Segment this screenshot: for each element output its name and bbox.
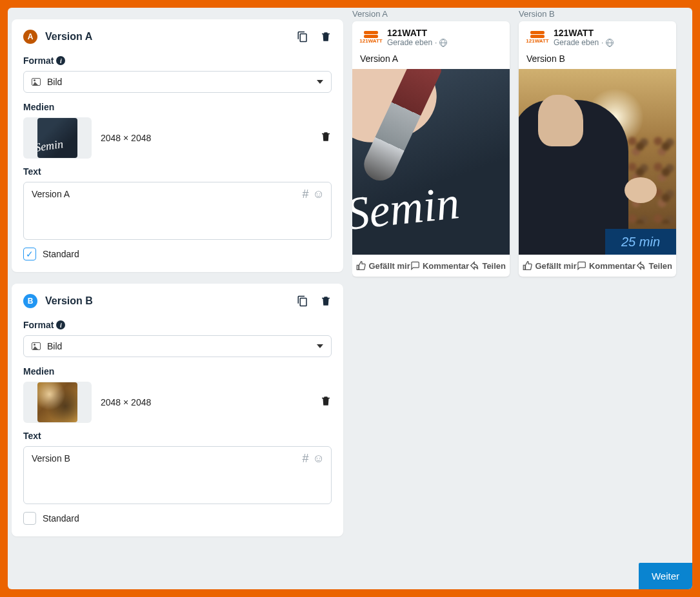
media-dimensions: 2048 × 2048 (101, 397, 311, 407)
like-button[interactable]: Gefällt mir (523, 260, 577, 271)
info-icon[interactable]: i (56, 56, 65, 65)
preview-a-image: Semin (352, 69, 510, 255)
medien-label: Medien (23, 366, 332, 377)
media-thumbnail[interactable] (23, 382, 92, 423)
copy-icon[interactable] (297, 31, 308, 43)
format-label: Format i (23, 55, 332, 66)
delete-media-icon[interactable] (320, 395, 332, 409)
version-b-badge: B (23, 294, 37, 308)
post-meta: Gerade eben · (554, 38, 614, 47)
format-select[interactable]: Bild (23, 335, 332, 357)
delete-icon[interactable] (320, 31, 332, 43)
globe-icon (439, 39, 447, 46)
account-avatar: 121WATT (360, 26, 382, 48)
post-meta: Gerade eben · (387, 38, 447, 47)
emoji-icon[interactable]: ☺ (313, 188, 325, 201)
comment-button[interactable]: Kommentar (577, 260, 635, 271)
delete-media-icon[interactable] (320, 131, 332, 145)
hashtag-icon[interactable]: # (303, 188, 309, 201)
globe-icon (606, 39, 614, 46)
medien-label: Medien (23, 102, 332, 112)
version-b-card: B Version B Format i (12, 284, 343, 536)
emoji-icon[interactable]: ☺ (313, 452, 325, 465)
copy-icon[interactable] (297, 295, 308, 307)
version-b-title: Version B (45, 295, 297, 307)
account-avatar: 121WATT (526, 26, 548, 48)
like-button[interactable]: Gefällt mir (356, 260, 410, 271)
version-a-title: Version A (45, 31, 297, 43)
comment-button[interactable]: Kommentar (410, 260, 469, 271)
text-value: Version B (32, 453, 323, 464)
chevron-down-icon (317, 80, 323, 84)
editor-column: A Version A Format i (8, 8, 343, 589)
app-content: A Version A Format i (8, 8, 692, 589)
preview-a: Version A 121WATT 121WATT Gerade eben · (352, 9, 510, 589)
media-thumbnail[interactable] (23, 117, 92, 159)
chevron-down-icon (317, 344, 323, 348)
text-label: Text (23, 431, 332, 441)
format-value: Bild (47, 341, 62, 351)
standard-checkbox[interactable]: ✓ (23, 512, 36, 525)
standard-label: Standard (43, 249, 79, 259)
preview-b: Version B 121WATT 121WATT Gerade eben · (519, 9, 676, 589)
text-input[interactable]: Version B # ☺ (23, 446, 332, 504)
version-a-card: A Version A Format i (12, 19, 343, 272)
standard-label: Standard (43, 513, 79, 524)
preview-column: Version A 121WATT 121WATT Gerade eben · (352, 8, 692, 589)
preview-b-text: Version B (519, 50, 676, 69)
share-button[interactable]: Teilen (635, 260, 672, 271)
delete-icon[interactable] (320, 295, 332, 307)
image-icon (32, 342, 41, 350)
account-name: 121WATT (387, 28, 447, 38)
preview-a-text: Version A (352, 50, 510, 69)
account-name: 121WATT (554, 28, 614, 38)
media-dimensions: 2048 × 2048 (101, 133, 311, 143)
image-icon (32, 78, 41, 86)
hashtag-icon[interactable]: # (303, 452, 309, 465)
share-button[interactable]: Teilen (469, 260, 506, 271)
text-label: Text (23, 166, 332, 177)
format-label: Format i (23, 320, 332, 330)
preview-b-label: Version B (519, 9, 676, 19)
standard-checkbox[interactable]: ✓ (23, 248, 36, 260)
text-input[interactable]: Version A # ☺ (23, 182, 332, 240)
info-icon[interactable]: i (56, 320, 65, 329)
preview-b-image: 25 min (519, 69, 676, 255)
format-select[interactable]: Bild (23, 71, 332, 93)
next-button[interactable]: Weiter (639, 563, 692, 589)
version-a-badge: A (23, 30, 37, 44)
preview-a-label: Version A (352, 9, 510, 19)
text-value: Version A (32, 189, 323, 199)
format-value: Bild (47, 77, 62, 87)
